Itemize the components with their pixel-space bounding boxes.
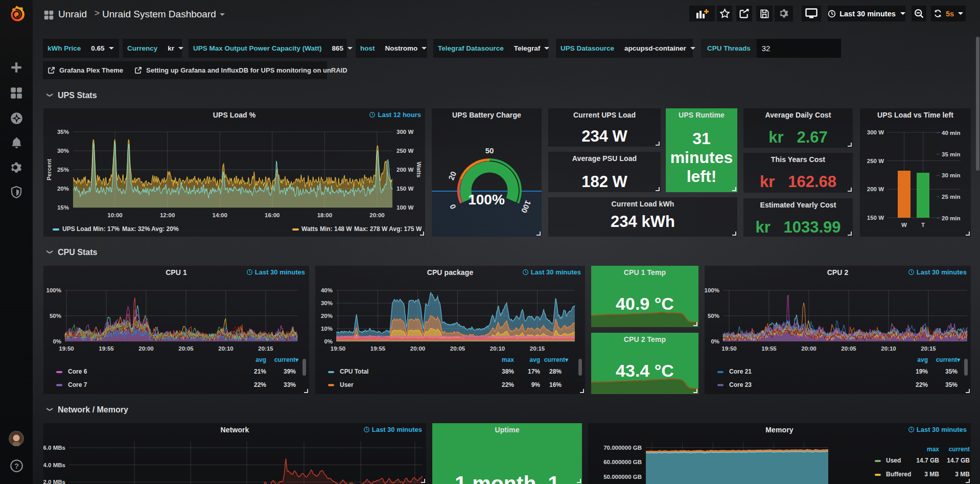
svg-text:50.000000 GB: 50.000000 GB — [603, 474, 642, 480]
svg-text:35%: 35% — [57, 129, 69, 135]
svg-text:30%: 30% — [321, 300, 333, 306]
svg-text:35 min: 35 min — [942, 151, 960, 157]
svg-text:Core 7: Core 7 — [68, 381, 87, 388]
svg-text:20:05: 20:05 — [450, 345, 465, 352]
svg-text:avg: avg — [529, 356, 540, 363]
svg-text:100%: 100% — [468, 192, 505, 208]
svg-text:14.7 GB: 14.7 GB — [947, 457, 970, 464]
svg-text:300 W: 300 W — [867, 129, 884, 135]
svg-text:Core 23: Core 23 — [729, 381, 752, 388]
svg-text:19:50: 19:50 — [331, 345, 345, 352]
svg-text:20:00: 20:00 — [801, 345, 816, 352]
svg-text:19:55: 19:55 — [761, 345, 777, 352]
svg-text:28%: 28% — [549, 368, 562, 375]
svg-text:12:00: 12:00 — [160, 212, 175, 218]
svg-text:50%: 50% — [50, 313, 61, 319]
svg-text:50: 50 — [485, 146, 494, 155]
svg-text:avg: avg — [917, 356, 928, 363]
svg-text:20%: 20% — [57, 186, 69, 192]
svg-text:?: ? — [14, 462, 19, 470]
svg-text:10:00: 10:00 — [107, 212, 122, 218]
svg-text:current: current — [949, 446, 970, 453]
svg-text:19:50: 19:50 — [59, 345, 74, 352]
svg-text:19:50: 19:50 — [721, 345, 736, 352]
svg-text:9%: 9% — [531, 381, 541, 388]
svg-text:22%: 22% — [502, 381, 514, 388]
svg-text:25 min: 25 min — [942, 194, 960, 200]
svg-text:33%: 33% — [284, 381, 296, 388]
svg-text:0%: 0% — [711, 338, 719, 344]
svg-text:UPS Load: UPS Load — [62, 225, 91, 233]
svg-text:T: T — [921, 222, 925, 228]
svg-text:Max: 32%: Max: 32% — [122, 225, 150, 233]
svg-text:35%: 35% — [945, 381, 958, 388]
svg-text:39%: 39% — [284, 368, 296, 375]
svg-text:3 MB: 3 MB — [924, 471, 939, 478]
svg-text:4.0 MBs: 4.0 MBs — [43, 462, 65, 468]
svg-text:Max: 278 W: Max: 278 W — [354, 225, 388, 233]
svg-text:38%: 38% — [502, 368, 514, 375]
svg-text:Watts: Watts — [301, 225, 318, 233]
svg-text:18:00: 18:00 — [317, 212, 332, 218]
svg-text:30%: 30% — [57, 148, 69, 154]
svg-text:20:10: 20:10 — [490, 345, 505, 352]
svg-text:15%: 15% — [57, 204, 69, 211]
svg-text:50%: 50% — [708, 313, 719, 319]
svg-text:70.000000 GB: 70.000000 GB — [603, 445, 642, 451]
svg-text:100 W: 100 W — [396, 204, 413, 211]
svg-text:22%: 22% — [916, 381, 928, 388]
svg-text:0%: 0% — [53, 338, 61, 344]
svg-text:14.7 GB: 14.7 GB — [916, 457, 939, 464]
svg-text:W: W — [901, 222, 907, 228]
svg-text:Percent: Percent — [46, 159, 52, 180]
svg-text:current▾: current▾ — [936, 356, 961, 363]
svg-text:200 W: 200 W — [396, 167, 413, 173]
svg-text:20:00: 20:00 — [138, 345, 153, 352]
svg-text:3 MB: 3 MB — [955, 471, 970, 478]
svg-text:CPU Total: CPU Total — [340, 368, 368, 375]
svg-text:20:05: 20:05 — [178, 345, 194, 352]
svg-text:40%: 40% — [321, 287, 333, 293]
svg-text:Used: Used — [886, 457, 901, 464]
svg-text:20:10: 20:10 — [881, 345, 896, 352]
svg-text:Core 21: Core 21 — [729, 368, 752, 375]
svg-text:20:00: 20:00 — [410, 345, 425, 352]
svg-text:16%: 16% — [549, 381, 562, 388]
svg-text:20%: 20% — [321, 313, 333, 319]
svg-text:0%: 0% — [324, 338, 333, 344]
svg-text:19:55: 19:55 — [99, 345, 114, 352]
svg-text:14:00: 14:00 — [212, 212, 227, 218]
svg-text:current▾: current▾ — [274, 356, 299, 363]
svg-text:300 W: 300 W — [396, 129, 413, 135]
svg-text:21%: 21% — [254, 368, 266, 375]
svg-text:20:15: 20:15 — [258, 345, 273, 352]
svg-text:150 W: 150 W — [867, 215, 884, 221]
svg-text:20:10: 20:10 — [218, 345, 233, 352]
svg-text:Min: 148 W: Min: 148 W — [320, 225, 352, 233]
svg-text:250 W: 250 W — [396, 148, 413, 154]
svg-text:Avg: 20%: Avg: 20% — [151, 225, 179, 233]
svg-text:10%: 10% — [321, 326, 333, 332]
svg-text:avg: avg — [255, 356, 266, 363]
svg-text:Watts: Watts — [416, 162, 422, 178]
svg-text:20:00: 20:00 — [369, 212, 384, 218]
svg-text:20: 20 — [447, 170, 458, 181]
svg-text:17%: 17% — [528, 368, 540, 375]
svg-text:19%: 19% — [916, 368, 928, 375]
svg-text:6.0 MBs: 6.0 MBs — [43, 445, 65, 451]
svg-text:current▾: current▾ — [544, 356, 569, 363]
svg-text:30 min: 30 min — [942, 172, 960, 178]
svg-text:20:15: 20:15 — [530, 345, 545, 352]
svg-text:150 W: 150 W — [396, 186, 413, 192]
svg-text:2.0 MBs: 2.0 MBs — [43, 479, 65, 484]
svg-text:Core 6: Core 6 — [68, 368, 87, 375]
svg-text:22%: 22% — [254, 381, 266, 388]
svg-text:max: max — [927, 446, 939, 453]
svg-text:20:15: 20:15 — [921, 345, 936, 352]
svg-text:100%: 100% — [705, 287, 719, 293]
svg-text:19:55: 19:55 — [370, 345, 386, 352]
svg-text:200 W: 200 W — [867, 186, 884, 192]
svg-text:Avg: 175 W: Avg: 175 W — [389, 225, 422, 233]
svg-text:250 W: 250 W — [867, 158, 884, 164]
svg-text:40 min: 40 min — [942, 130, 960, 136]
